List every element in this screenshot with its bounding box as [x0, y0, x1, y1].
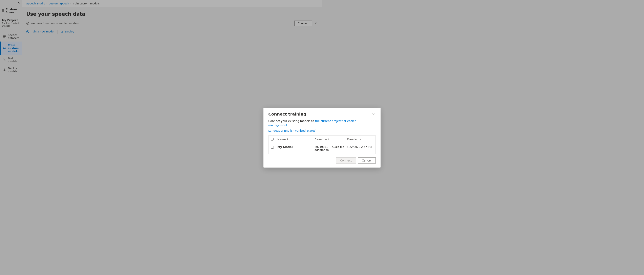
dialog-header: Connect training	[264, 108, 322, 119]
description-link[interactable]: the current project for easier managemen…	[268, 119, 322, 127]
language-value: English (United States)	[284, 129, 316, 132]
dialog-table: Name ↕ Baseline ↕ Created ↓	[268, 135, 322, 138]
dialog-language: Language: English (United States)	[268, 129, 322, 132]
dialog-body: Connect your existing models to the curr…	[264, 119, 322, 138]
dialog-description: Connect your existing models to the curr…	[268, 119, 322, 127]
connect-training-dialog: Connect training Connect your existing m…	[264, 108, 322, 138]
dialog-overlay: Connect training Connect your existing m…	[0, 0, 322, 137]
table-header: Name ↕ Baseline ↕ Created ↓	[268, 136, 322, 138]
dialog-title: Connect training	[268, 112, 306, 117]
